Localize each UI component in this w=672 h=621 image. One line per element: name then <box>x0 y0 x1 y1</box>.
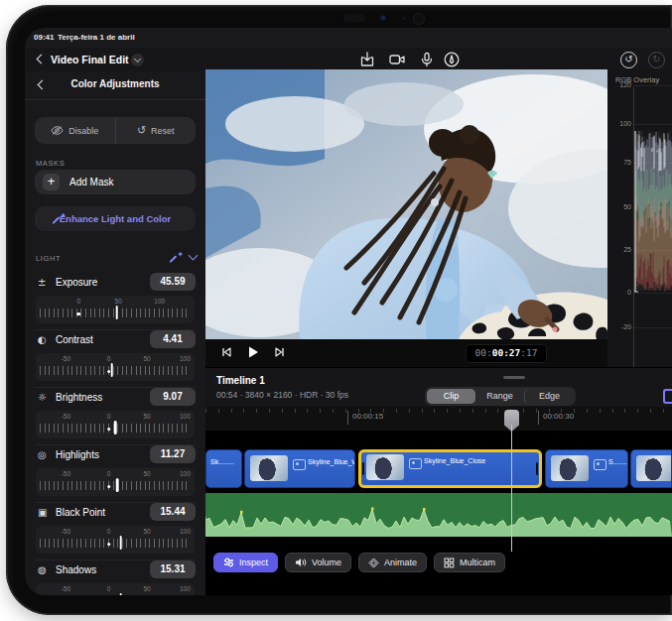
disable-button[interactable]: Disable <box>35 117 115 144</box>
ruler-label: 00:00:15 <box>347 411 383 425</box>
inspect-button[interactable]: Inspect <box>213 553 278 572</box>
scale-label: 0 <box>107 470 111 477</box>
timeline-header: Timeline 1 00:54 · 3840 × 2160 · HDR · 3… <box>205 367 672 408</box>
slider-handle[interactable] <box>114 421 117 435</box>
scale-label: 0 <box>107 355 111 362</box>
clip-skyline-partial[interactable]: Sk........ <box>205 449 242 488</box>
inspect-label: Inspect <box>239 558 268 567</box>
shadows-control: ◍ Shadows 15.31 -50050100 <box>35 561 196 595</box>
timeline-ruler[interactable]: 00:00:15 00:00:30 <box>205 407 672 431</box>
undo-button[interactable]: ↺ <box>620 52 637 68</box>
microphone-button[interactable] <box>418 51 436 68</box>
tick-marks <box>40 481 191 490</box>
black-point-label: Black Point <box>56 507 105 518</box>
inspect-sliders-icon <box>223 558 234 567</box>
shadows-value[interactable]: 15.31 <box>150 560 196 578</box>
waveform-traces <box>634 87 672 345</box>
redo-button[interactable]: ↻ <box>648 52 665 68</box>
highlights-value[interactable]: 11.27 <box>150 445 196 463</box>
wand-icon: ✦ <box>170 250 184 264</box>
black-point-slider[interactable]: -50050100 <box>36 526 195 554</box>
clip-skyline-blue-wide[interactable]: Skyline_Blue_Wide <box>244 449 355 488</box>
ruler-label: 00:00:30 <box>538 411 574 425</box>
scale-label: 100 <box>154 298 165 305</box>
scale-label: 50 <box>143 355 150 362</box>
contrast-value[interactable]: 4.41 <box>150 330 196 348</box>
exposure-icon: ± <box>38 277 52 288</box>
shadows-slider[interactable]: -50050100 <box>36 583 195 595</box>
contrast-control: ◐ Contrast 4.41 -50050100 <box>35 331 196 389</box>
camera-sensor <box>403 17 406 20</box>
status-time: 09:41 <box>34 33 54 42</box>
volume-button[interactable]: Volume <box>285 553 351 572</box>
origin-dot <box>107 485 111 489</box>
selection-mode-segmented: Clip Range Edge <box>425 387 576 406</box>
video-camera-button[interactable] <box>388 51 406 68</box>
animate-button[interactable]: Animate <box>358 553 427 572</box>
speaker-icon <box>295 558 307 567</box>
exposure-value[interactable]: 45.59 <box>150 273 196 291</box>
multicam-button[interactable]: Multicam <box>434 553 505 572</box>
animate-label: Animate <box>384 558 417 567</box>
segment-clip[interactable]: Clip <box>427 389 475 404</box>
brightness-value[interactable]: 9.07 <box>150 388 196 406</box>
timecode-display[interactable]: 00:00:27:17 <box>466 344 547 363</box>
scale-label: 50 <box>143 585 150 592</box>
highlights-icon: ◎ <box>38 449 52 460</box>
pencil-button[interactable] <box>443 51 461 68</box>
black-point-icon: ▣ <box>38 507 52 518</box>
plus-icon: + <box>43 174 60 190</box>
scope-tick: 25 <box>607 246 631 253</box>
black-point-value[interactable]: 15.44 <box>150 503 196 521</box>
slider-handle[interactable] <box>116 478 119 492</box>
clip-right-partial[interactable] <box>630 449 672 488</box>
top-toolbar: Video Final Edit ↺ ↻ <box>25 48 672 71</box>
collapse-chevron-icon[interactable] <box>189 251 199 261</box>
clip-skyline-blue-close-selected[interactable]: Skyline_Blue_Close <box>358 449 542 488</box>
slider-handle[interactable] <box>111 363 114 377</box>
title-dropdown-button[interactable] <box>131 54 144 66</box>
brightness-slider[interactable]: -50050100 <box>36 411 195 438</box>
highlights-control: ◎ Highlights 11.27 -50050100 <box>35 446 196 504</box>
drag-handle[interactable] <box>503 376 525 379</box>
next-frame-button[interactable] <box>273 345 287 361</box>
brightness-icon: ☼ <box>38 392 52 403</box>
clip-thumbnail <box>551 455 589 481</box>
segment-edge[interactable]: Edge <box>524 389 574 404</box>
contrast-icon: ◐ <box>38 334 52 345</box>
ipad-frame: 09:41 Terça-feira 1 de abril Video Final… <box>6 5 672 615</box>
slider-handle[interactable] <box>119 593 122 595</box>
previous-frame-button[interactable] <box>219 345 233 361</box>
exposure-slider[interactable]: 050100 <box>36 296 195 323</box>
back-icon[interactable] <box>37 55 47 64</box>
origin-dot <box>107 428 111 432</box>
clip-label: Sk........ <box>210 458 234 465</box>
enhance-light-color-button[interactable]: ✦ Enhance Light and Color <box>35 206 196 231</box>
contrast-slider[interactable]: -50050100 <box>36 353 195 381</box>
slider-handle[interactable] <box>115 306 118 319</box>
magic-wand-icon: ✦ <box>53 211 67 225</box>
video-viewer[interactable] <box>205 69 607 339</box>
timeline-name: Timeline 1 <box>216 375 265 386</box>
scale-label: 100 <box>180 413 191 420</box>
add-mask-button[interactable]: + Add Mask <box>35 170 196 194</box>
animate-diamond-icon <box>368 558 379 568</box>
slider-handle[interactable] <box>119 536 122 550</box>
clipped-edge-icon[interactable] <box>663 389 672 404</box>
segment-range[interactable]: Range <box>475 389 524 404</box>
reset-button[interactable]: ↺ Reset <box>115 117 197 144</box>
highlights-label: Highlights <box>56 449 99 460</box>
project-title[interactable]: Video Final Edit <box>51 54 129 65</box>
reset-label: Reset <box>151 126 175 136</box>
import-button[interactable] <box>358 51 376 68</box>
light-section-label: LIGHT <box>36 254 61 263</box>
scale-label: 100 <box>180 355 191 362</box>
multicam-grid-icon <box>444 558 455 568</box>
play-button[interactable] <box>245 344 261 362</box>
highlights-slider[interactable]: -50050100 <box>36 468 195 496</box>
scope-tick: 50 <box>607 203 631 210</box>
clip-s-partial[interactable]: S........ <box>545 449 628 488</box>
audio-track[interactable] <box>205 493 672 537</box>
status-date: Terça-feira 1 de abril <box>58 33 135 42</box>
clip-thumbnail <box>250 455 288 481</box>
